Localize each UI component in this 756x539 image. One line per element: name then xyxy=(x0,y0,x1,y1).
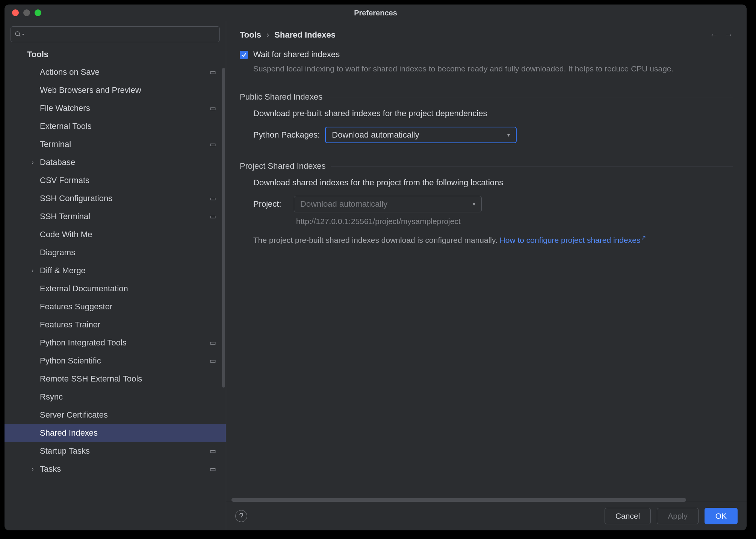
wait-checkbox[interactable] xyxy=(240,51,248,59)
chevron-down-icon: ▾ xyxy=(507,132,510,138)
sidebar-item-label: SSH Terminal xyxy=(40,212,210,221)
wait-checkbox-label[interactable]: Wait for shared indexes xyxy=(253,50,340,59)
sidebar-item-label: Web Browsers and Preview xyxy=(40,85,220,95)
sidebar-item-ssh-configurations[interactable]: SSH Configurations▭ xyxy=(5,189,226,207)
apply-button[interactable]: Apply xyxy=(657,508,699,524)
sidebar-item-ssh-terminal[interactable]: SSH Terminal▭ xyxy=(5,207,226,226)
public-section-body: Download pre-built shared indexes for th… xyxy=(240,109,733,143)
ok-button[interactable]: OK xyxy=(705,508,738,524)
chevron-right-icon[interactable]: › xyxy=(27,159,38,166)
sidebar-item-shared-indexes[interactable]: Shared Indexes xyxy=(5,424,226,442)
public-desc: Download pre-built shared indexes for th… xyxy=(253,109,733,118)
python-packages-select[interactable]: Download automatically ▾ xyxy=(325,127,517,143)
project-section-body: Download shared indexes for the project … xyxy=(240,178,733,245)
body: ▾ ToolsActions on Save▭Web Browsers and … xyxy=(5,21,747,530)
project-scope-icon: ▭ xyxy=(210,68,216,76)
sidebar-nav: ToolsActions on Save▭Web Browsers and Pr… xyxy=(5,46,226,530)
search-icon xyxy=(15,31,21,38)
wait-checkbox-help: Suspend local indexing to wait for share… xyxy=(253,63,678,74)
titlebar: Preferences xyxy=(5,5,747,21)
sidebar-item-tasks[interactable]: ›Tasks▭ xyxy=(5,460,226,478)
forward-arrow-icon[interactable]: → xyxy=(725,30,733,40)
search-input[interactable]: ▾ xyxy=(11,26,220,42)
back-arrow-icon[interactable]: ← xyxy=(710,30,718,40)
maximize-window-button[interactable] xyxy=(35,9,41,16)
horizontal-scrollbar-thumb[interactable] xyxy=(231,498,686,502)
sidebar-item-label: SSH Configurations xyxy=(40,194,210,203)
nav-arrows: ← → xyxy=(710,30,733,40)
sidebar-item-actions-on-save[interactable]: Actions on Save▭ xyxy=(5,63,226,81)
configure-link[interactable]: How to configure project shared indexes xyxy=(500,236,641,244)
python-packages-value: Download automatically xyxy=(332,130,419,140)
sidebar-item-label: Actions on Save xyxy=(40,67,210,77)
check-icon xyxy=(241,52,247,58)
project-scope-icon: ▭ xyxy=(210,465,216,473)
breadcrumb-parent[interactable]: Tools xyxy=(240,30,261,40)
cancel-button[interactable]: Cancel xyxy=(605,508,651,524)
footer: ? Cancel Apply OK xyxy=(226,501,747,530)
sidebar-item-features-suggester[interactable]: Features Suggester xyxy=(5,298,226,316)
sidebar-item-external-tools[interactable]: External Tools xyxy=(5,117,226,135)
breadcrumb-row: Tools › Shared Indexes ← → xyxy=(240,30,733,40)
sidebar-group-title: Tools xyxy=(5,46,226,63)
project-scope-icon: ▭ xyxy=(210,447,216,455)
sidebar-item-label: Code With Me xyxy=(40,230,220,239)
content: Tools › Shared Indexes ← → Wait for shar… xyxy=(226,21,747,530)
minimize-window-button[interactable] xyxy=(23,9,30,16)
project-scope-icon: ▭ xyxy=(210,194,216,203)
project-scope-icon: ▭ xyxy=(210,339,216,347)
project-desc: Download shared indexes for the project … xyxy=(253,178,733,188)
chevron-right-icon[interactable]: › xyxy=(27,267,38,274)
svg-line-1 xyxy=(19,35,20,36)
project-select[interactable]: Download automatically ▾ xyxy=(294,196,482,212)
chevron-down-icon: ▾ xyxy=(473,201,475,207)
project-row: Project: Download automatically ▾ xyxy=(253,196,733,212)
sidebar-item-label: Tasks xyxy=(40,464,210,474)
public-section-title: Public Shared Indexes xyxy=(240,92,733,102)
sidebar-item-label: Features Trainer xyxy=(40,320,220,330)
sidebar-item-diagrams[interactable]: Diagrams xyxy=(5,244,226,262)
close-window-button[interactable] xyxy=(12,9,19,16)
help-button[interactable]: ? xyxy=(235,510,247,522)
project-scope-icon: ▭ xyxy=(210,140,216,148)
horizontal-scrollbar[interactable] xyxy=(231,498,694,502)
project-scope-icon: ▭ xyxy=(210,104,216,112)
search-dropdown-icon[interactable]: ▾ xyxy=(22,32,24,36)
window-title: Preferences xyxy=(354,9,397,17)
sidebar-scrollbar[interactable] xyxy=(222,68,225,448)
sidebar-item-code-with-me[interactable]: Code With Me xyxy=(5,226,226,244)
sidebar-item-label: Database xyxy=(40,157,220,167)
sidebar-item-features-trainer[interactable]: Features Trainer xyxy=(5,316,226,334)
sidebar-item-label: External Tools xyxy=(40,121,220,131)
sidebar-item-label: Startup Tasks xyxy=(40,446,210,456)
python-packages-row: Python Packages: Download automatically … xyxy=(253,127,733,143)
sidebar-item-startup-tasks[interactable]: Startup Tasks▭ xyxy=(5,442,226,460)
sidebar-item-file-watchers[interactable]: File Watchers▭ xyxy=(5,99,226,117)
sidebar-item-remote-ssh-external-tools[interactable]: Remote SSH External Tools xyxy=(5,370,226,388)
sidebar-item-label: Diagrams xyxy=(40,248,220,257)
breadcrumb-current: Shared Indexes xyxy=(274,30,336,40)
sidebar-item-label: CSV Formats xyxy=(40,176,220,185)
sidebar-item-label: Shared Indexes xyxy=(40,428,220,438)
sidebar-item-label: External Documentation xyxy=(40,284,220,294)
sidebar-item-terminal[interactable]: Terminal▭ xyxy=(5,135,226,153)
sidebar-item-label: Diff & Merge xyxy=(40,266,220,276)
chevron-right-icon[interactable]: › xyxy=(27,466,38,472)
sidebar-item-python-integrated-tools[interactable]: Python Integrated Tools▭ xyxy=(5,334,226,352)
project-select-value: Download automatically xyxy=(300,199,387,209)
sidebar-scrollbar-thumb[interactable] xyxy=(222,68,225,388)
sidebar-item-rsync[interactable]: Rsync xyxy=(5,388,226,406)
project-url: http://127.0.0.1:25561/project/mysamplep… xyxy=(296,217,733,226)
preferences-window: Preferences ▾ ToolsActions on Save▭Web B… xyxy=(5,5,747,530)
sidebar-item-database[interactable]: ›Database xyxy=(5,153,226,171)
sidebar-item-label: File Watchers xyxy=(40,103,210,113)
sidebar-item-diff-merge[interactable]: ›Diff & Merge xyxy=(5,262,226,280)
sidebar-item-label: Python Integrated Tools xyxy=(40,338,210,348)
sidebar-item-server-certificates[interactable]: Server Certificates xyxy=(5,406,226,424)
project-label: Project: xyxy=(253,199,289,209)
sidebar-item-web-browsers-and-preview[interactable]: Web Browsers and Preview xyxy=(5,81,226,99)
wait-checkbox-row: Wait for shared indexes xyxy=(240,50,733,59)
sidebar-item-external-documentation[interactable]: External Documentation xyxy=(5,280,226,298)
sidebar-item-python-scientific[interactable]: Python Scientific▭ xyxy=(5,352,226,370)
sidebar-item-csv-formats[interactable]: CSV Formats xyxy=(5,171,226,189)
